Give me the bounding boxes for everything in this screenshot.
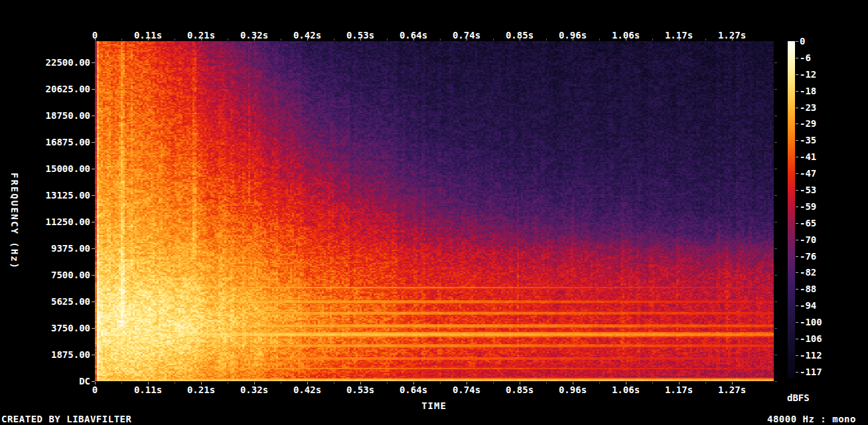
tick-mark-minor — [493, 39, 494, 41]
colorbar-tick-label: -23 — [800, 103, 816, 112]
tick-mark — [796, 91, 798, 92]
tick-mark — [148, 382, 149, 384]
tick-mark-minor — [334, 382, 334, 384]
spectrogram-window: FREQUENCY (Hz) 22500.0020625.0018750.001… — [0, 0, 868, 425]
freq-tick-label: 18750.00 — [24, 111, 90, 120]
tick-mark — [95, 38, 96, 41]
tick-mark — [413, 38, 414, 41]
tick-mark — [626, 38, 626, 41]
tick-mark-minor — [440, 382, 441, 384]
tick-mark-minor — [599, 39, 600, 41]
colorbar-tick-label: -88 — [800, 284, 816, 294]
tick-mark — [796, 124, 798, 124]
colorbar-tick-label: -53 — [800, 185, 816, 195]
freq-tick-label: 13125.00 — [24, 191, 90, 200]
tick-mark-minor — [175, 39, 175, 41]
tick-mark — [796, 173, 798, 174]
tick-mark — [774, 116, 777, 116]
tick-mark — [774, 355, 777, 355]
colorbar-tick-label: 0 — [800, 37, 805, 46]
tick-mark — [796, 289, 798, 290]
colorbar-tick-label: -35 — [800, 135, 816, 145]
colorbar-tick-label: -106 — [800, 334, 822, 343]
tick-mark — [796, 207, 798, 207]
time-tick-label: 0 — [75, 385, 115, 394]
tick-mark-minor — [228, 39, 228, 41]
tick-mark — [307, 38, 308, 41]
sample-info: 48000 Hz : mono — [767, 414, 856, 424]
tick-mark — [360, 382, 361, 384]
tick-mark — [774, 222, 777, 222]
time-tick-label: 0.42s — [287, 385, 327, 394]
tick-mark-minor — [652, 382, 653, 384]
colorbar-tick-label: -112 — [800, 351, 822, 360]
tick-mark — [774, 381, 777, 382]
tick-mark-minor — [493, 382, 494, 384]
tick-mark — [573, 38, 573, 41]
tick-mark — [467, 38, 467, 41]
tick-mark — [796, 339, 798, 339]
tick-mark — [774, 195, 777, 196]
tick-mark — [774, 89, 777, 90]
tick-mark — [796, 140, 798, 141]
tick-mark — [796, 58, 798, 58]
tick-mark — [360, 38, 361, 41]
time-tick-label: 0.21s — [181, 385, 221, 394]
time-tick-label: 1.17s — [659, 385, 699, 394]
tick-mark-minor — [440, 39, 441, 41]
tick-mark-minor — [281, 39, 281, 41]
colorbar-tick-label: -47 — [800, 169, 816, 178]
colorbar-tick-label: -76 — [800, 252, 816, 261]
colorbar-tick-label: -70 — [800, 235, 816, 244]
colorbar-tick-label: -117 — [800, 367, 822, 377]
tick-mark — [92, 381, 95, 382]
tick-mark — [774, 248, 777, 249]
time-tick-label: 0.11s — [128, 385, 168, 394]
freq-tick-label: 20625.00 — [24, 84, 90, 94]
colorbar-tick-label: -94 — [800, 301, 816, 310]
colorbar-tick-label: -82 — [800, 268, 816, 277]
time-tick-label: 0.85s — [500, 385, 540, 394]
tick-mark — [679, 382, 680, 384]
tick-mark-minor — [334, 39, 334, 41]
tick-mark — [254, 38, 255, 41]
tick-mark — [520, 38, 520, 41]
tick-mark — [796, 190, 798, 191]
tick-mark-minor — [281, 382, 281, 384]
tick-mark — [774, 328, 777, 329]
tick-mark-minor — [546, 382, 547, 384]
freq-axis-title: FREQUENCY (Hz) — [10, 168, 19, 274]
colorbar-tick-label: -29 — [800, 119, 816, 128]
tick-mark — [201, 382, 202, 384]
tick-mark-minor — [387, 382, 388, 384]
time-tick-label: 0.96s — [553, 385, 593, 394]
tick-mark — [520, 382, 520, 384]
colorbar-tick-label: -59 — [800, 202, 816, 211]
tick-mark — [796, 108, 798, 108]
tick-mark — [796, 272, 798, 273]
tick-mark — [95, 382, 96, 384]
colorbar-tick-label: -41 — [800, 152, 816, 161]
time-tick-label: 0.32s — [234, 385, 274, 394]
tick-mark — [413, 382, 414, 384]
freq-tick-label: 7500.00 — [24, 270, 90, 280]
tick-mark — [307, 382, 308, 384]
tick-mark-minor — [387, 39, 388, 41]
tick-mark — [774, 62, 777, 63]
colorbar-unit-label: dBFS — [787, 393, 810, 402]
colorbar-tick-label: -6 — [800, 53, 811, 62]
tick-mark — [796, 305, 798, 306]
tick-mark-minor — [599, 382, 600, 384]
freq-tick-label: 15000.00 — [24, 164, 90, 173]
tick-mark — [626, 382, 626, 384]
tick-mark — [796, 223, 798, 224]
tick-mark — [774, 169, 777, 169]
freq-tick-label: 5625.00 — [24, 297, 90, 306]
freq-tick-label: DC — [24, 377, 90, 386]
tick-mark — [774, 275, 777, 276]
tick-mark — [796, 240, 798, 240]
tick-mark — [148, 38, 149, 41]
tick-mark — [796, 157, 798, 157]
tick-mark-minor — [546, 39, 547, 41]
tick-mark — [774, 301, 777, 302]
